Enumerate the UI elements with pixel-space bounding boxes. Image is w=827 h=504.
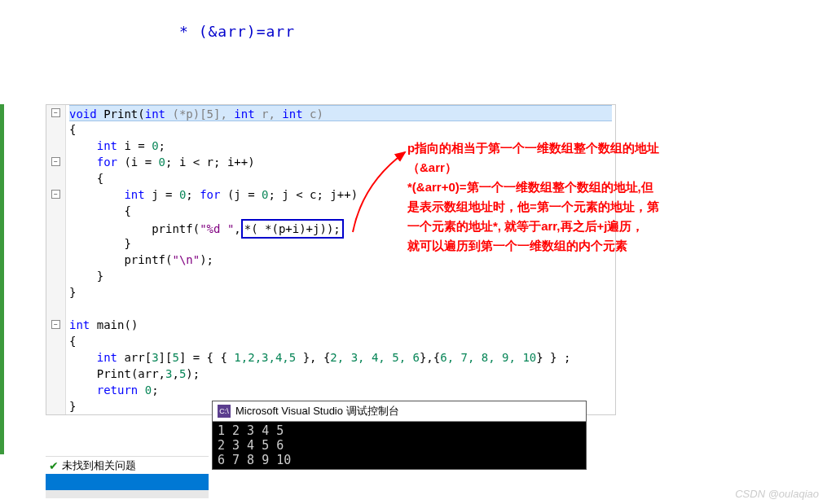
code-line: void Print(int (*p)[5], int r, int c) [69, 105, 612, 121]
bottom-gray-bar [46, 490, 209, 498]
bottom-blue-bar [46, 474, 209, 490]
code-line: Print(arr,3,5); [69, 366, 612, 382]
fold-toggle-icon[interactable]: − [51, 190, 60, 199]
console-output[interactable]: 1 2 3 4 5 2 3 4 5 6 6 7 8 9 10 [213, 422, 586, 469]
fold-toggle-icon[interactable]: − [51, 108, 60, 117]
code-line: return 0; [69, 382, 612, 398]
code-line: { [69, 333, 612, 349]
console-titlebar[interactable]: C:\ Microsoft Visual Studio 调试控制台 [213, 401, 586, 422]
change-indicator [0, 104, 4, 454]
code-line: } [69, 268, 612, 284]
console-title-text: Microsoft Visual Studio 调试控制台 [235, 404, 399, 419]
watermark-text: CSDN @oulaqiao [735, 488, 819, 500]
editor-gutter[interactable]: − − − − [46, 105, 66, 414]
status-text: 未找到相关问题 [62, 458, 136, 473]
fold-toggle-icon[interactable]: − [51, 320, 60, 329]
status-ok-icon: ✔ [49, 459, 59, 472]
top-formula-text: * (&arr)=arr [179, 23, 295, 40]
code-line [69, 300, 612, 317]
code-line: } [69, 284, 612, 300]
debug-console-window[interactable]: C:\ Microsoft Visual Studio 调试控制台 1 2 3 … [212, 401, 587, 470]
code-line: int main() [69, 317, 612, 333]
code-line: { [69, 121, 612, 138]
code-line: int arr[3][5] = { { 1,2,3,4,5 }, {2, 3, … [69, 349, 612, 366]
console-app-icon: C:\ [218, 405, 231, 418]
fold-toggle-icon[interactable]: − [51, 157, 60, 166]
highlighted-expression: *( *(p+i)+j)); [241, 219, 344, 239]
annotation-text: p指向的相当于第一个一维数组整个数组的地址 （&arr） *(&arr+0)=第… [407, 138, 815, 256]
status-bar: ✔ 未找到相关问题 [46, 456, 209, 475]
